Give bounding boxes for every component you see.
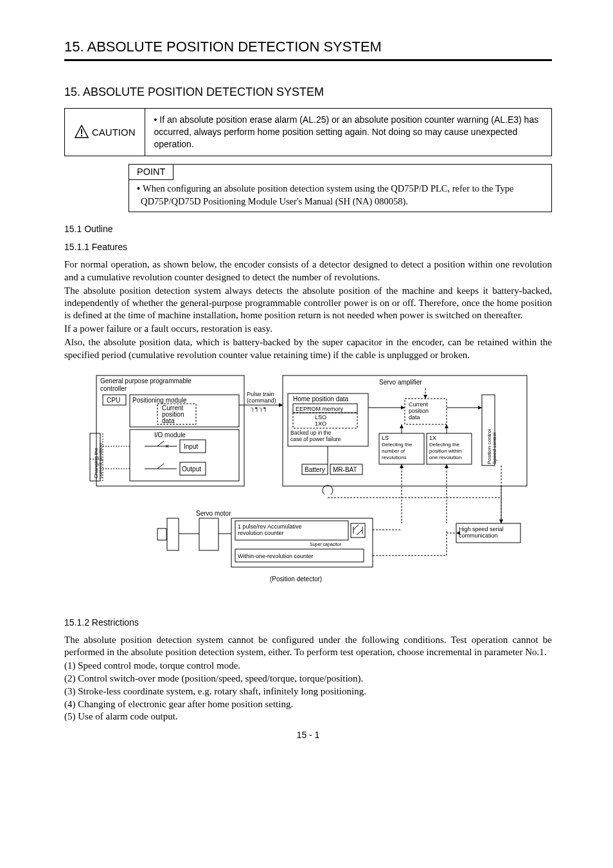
diagram-plc-label2: controller [100, 385, 127, 392]
svg-line-10 [157, 441, 164, 446]
diagram-output: Output [182, 466, 201, 473]
diagram-backed: Backed up in the [290, 429, 332, 436]
diagram-within: Within-one-revolution counter [238, 553, 314, 559]
svg-marker-19 [279, 403, 283, 407]
diagram-ls: LS [382, 435, 389, 441]
features-paragraph-4: Also, the absolute position data, which … [64, 336, 552, 361]
diagram-io: I/O module [154, 431, 186, 439]
diagram-acc2: revolution counter [238, 530, 284, 536]
diagram-ls2: Detecting the [382, 442, 413, 448]
diagram-servo-motor: Servo motor [196, 510, 231, 517]
page-number: 15 - 1 [64, 730, 552, 740]
diagram-pulse2: (command) [247, 397, 276, 404]
svg-marker-31 [423, 395, 427, 399]
svg-marker-37 [445, 424, 449, 428]
system-diagram: General purpose programmable controller … [84, 369, 533, 607]
features-heading: 15.1.1 Features [64, 242, 552, 252]
diagram-plc-label: General purpose programmable [100, 377, 191, 384]
diagram-pulse-wave: ┐┑┐┑ [250, 404, 267, 412]
restriction-item: (3) Stroke-less coordinate system, e.g. … [64, 685, 552, 698]
diagram-pos-detector: (Position detector) [270, 575, 322, 583]
page-header: 15. ABSOLUTE POSITION DETECTION SYSTEM [64, 39, 552, 61]
diagram-curr2a: Current [409, 401, 429, 408]
svg-point-1 [81, 135, 82, 136]
caution-label-cell: CAUTION [65, 109, 145, 156]
diagram-1x: 1X [429, 435, 436, 441]
point-body: • When configuring an absolute position … [129, 180, 551, 212]
diagram-servo-amp: Servo amplifier [379, 379, 422, 386]
features-paragraph-2: The absolute position detection system a… [64, 285, 552, 322]
bullet-icon: • [154, 114, 160, 125]
diagram-highspeed: High speed serial [459, 526, 504, 532]
diagram-acc: 1 pulse/rev Accumulative [238, 523, 302, 530]
svg-rect-51 [199, 518, 218, 550]
bullet-icon: • [137, 183, 143, 194]
restriction-item: (5) Use of alarm code output. [64, 710, 552, 723]
restriction-item: (4) Changing of electronic gear after ho… [64, 698, 552, 711]
restriction-item: (1) Speed control mode, torque control m… [64, 660, 552, 673]
diagram-spdcontrol: Speed control [492, 432, 497, 464]
diagram-1x3: position within [429, 448, 461, 454]
diagram-backed2: case of power failure [290, 436, 341, 442]
restriction-item: (2) Control switch-over mode (position/s… [64, 673, 552, 685]
svg-rect-49 [157, 529, 166, 540]
diagram-curr2c: data [409, 414, 420, 420]
svg-marker-62 [456, 531, 460, 535]
diagram-mrbat: MR-BAT [333, 466, 357, 473]
features-paragraph-3: If a power failure or a fault occurs, re… [64, 323, 552, 335]
caution-text: • If an absolute position erase alarm (A… [145, 109, 552, 156]
warning-triangle-icon [74, 124, 89, 140]
diagram-home-pos: Home position data [293, 395, 349, 402]
diagram-pulse: Pulse train [247, 391, 274, 397]
outline-heading: 15.1 Outline [64, 224, 552, 234]
diagram-supercap: Super capacitor [310, 542, 342, 547]
diagram-eeprom: EEPROM memory [296, 406, 344, 412]
restrictions-intro: The absolute position detection system c… [64, 634, 552, 658]
restrictions-heading: 15.1.2 Restrictions [64, 617, 552, 628]
point-box: POINT • When configuring an absolute pos… [129, 164, 552, 213]
diagram-input: Input [184, 443, 198, 450]
diagram-ls3: number of [382, 448, 405, 454]
restrictions-list: (1) Speed control mode, torque control m… [64, 660, 552, 723]
diagram-battery: Battery [305, 466, 325, 473]
point-label: POINT [129, 165, 173, 181]
svg-marker-35 [400, 424, 404, 428]
diagram-highspeed2: communication [459, 532, 498, 539]
features-paragraph-1: For normal operation, as shown below, th… [64, 258, 552, 283]
svg-marker-29 [401, 406, 405, 410]
diagram-pos-module: Positioning module [132, 397, 187, 404]
svg-line-12 [157, 464, 164, 469]
diagram-curr2b: position [409, 408, 429, 414]
diagram-1x4: one revolution [429, 455, 461, 460]
caution-text-content: If an absolute position erase alarm (AL.… [154, 114, 539, 149]
point-text-content: When configuring an absolute position de… [141, 183, 514, 206]
diagram-lso: LSO [315, 414, 326, 420]
diagram-ls4: revolutions [382, 455, 407, 460]
section-title: 15. ABSOLUTE POSITION DETECTION SYSTEM [64, 86, 552, 99]
caution-label: CAUTION [92, 127, 136, 138]
caution-box: CAUTION • If an absolute position erase … [64, 108, 552, 156]
svg-marker-40 [478, 406, 482, 410]
diagram-cpu: CPU [107, 397, 120, 404]
svg-rect-48 [167, 518, 179, 550]
svg-marker-47 [445, 464, 449, 468]
svg-marker-46 [400, 464, 404, 468]
diagram-1xo: 1XO [315, 420, 326, 427]
diagram-curr-pos3: data [162, 417, 175, 424]
diagram-1x2: Detecting the [429, 442, 460, 448]
